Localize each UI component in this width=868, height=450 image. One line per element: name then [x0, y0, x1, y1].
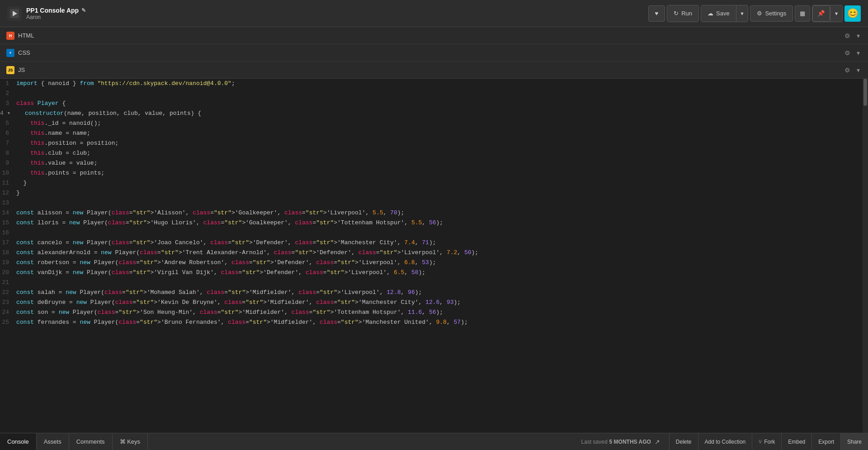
code-line: 19const robertson = new Player(class="st…	[0, 258, 868, 268]
save-label: Save	[716, 10, 730, 17]
code-line: 22const salah = new Player(class="str">'…	[0, 288, 868, 298]
scrollbar-thumb[interactable]	[863, 79, 867, 106]
line-code: this._id = nanoid();	[16, 118, 101, 128]
css-settings-btn[interactable]: ⚙	[843, 48, 852, 57]
code-line: 20const vanDijk = new Player(class="str"…	[0, 268, 868, 278]
export-button[interactable]: Export	[811, 433, 840, 450]
css-tab-label: + CSS	[6, 49, 843, 57]
code-editor[interactable]: 1import { nanoid } from "https://cdn.sky…	[0, 79, 868, 433]
avatar-emoji: 😊	[847, 8, 859, 19]
html-tab-label: H HTML	[6, 32, 843, 40]
external-link-icon[interactable]: ↗	[653, 437, 662, 446]
line-number: 3	[0, 99, 16, 109]
line-number: 17	[0, 238, 16, 248]
run-button-group: ↻ Run	[667, 5, 699, 22]
line-number: 22	[0, 288, 16, 298]
run-icon: ↻	[674, 10, 679, 17]
fork-button[interactable]: ⑂ Fork	[752, 433, 781, 450]
js-settings-btn[interactable]: ⚙	[843, 66, 852, 75]
line-code: constructor(name, position, club, value,…	[18, 109, 201, 118]
code-line: 25const fernandes = new Player(class="st…	[0, 317, 868, 327]
tab-console[interactable]: Console	[0, 433, 37, 450]
code-line: 11 }	[0, 178, 868, 188]
line-code: import { nanoid } from "https://cdn.skyp…	[16, 79, 235, 89]
save-dropdown[interactable]: ▾	[736, 5, 748, 22]
line-code: this.position = position;	[16, 138, 118, 148]
status-text: Last saved	[581, 439, 608, 445]
app-title: PP1 Console App ✎	[26, 7, 86, 14]
line-number: 12	[0, 188, 16, 198]
grid-icon: ▦	[800, 10, 805, 17]
delete-button[interactable]: Delete	[669, 433, 698, 450]
scrollbar-track[interactable]	[863, 79, 868, 433]
line-code: class Player {	[16, 99, 66, 109]
line-number: 7	[0, 138, 16, 148]
code-line: 6 this.name = name;	[0, 128, 868, 138]
js-tab-actions: ⚙ ▾	[843, 66, 862, 75]
line-code: }	[16, 178, 27, 188]
line-code: const deBruyne = new Player(class="str">…	[16, 298, 461, 308]
css-panel-tab[interactable]: + CSS ⚙ ▾	[0, 44, 868, 62]
embed-button[interactable]: Embed	[781, 433, 811, 450]
line-code: const alexanderArnold = new Player(class…	[16, 248, 478, 258]
fork-icon: ⑂	[759, 439, 762, 445]
line-number: 23	[0, 298, 16, 308]
code-line: 16	[0, 228, 868, 238]
line-code: const cancelo = new Player(class="str">'…	[16, 238, 436, 248]
share-button[interactable]: Share	[840, 433, 868, 450]
line-number: 11	[0, 178, 16, 188]
line-number: 6	[0, 128, 16, 138]
line-code: this.name = name;	[16, 128, 90, 138]
js-collapse-btn[interactable]: ▾	[855, 66, 862, 75]
save-button[interactable]: ☁ Save	[701, 5, 736, 22]
tab-assets[interactable]: Assets	[37, 433, 69, 450]
code-line: 1import { nanoid } from "https://cdn.sky…	[0, 79, 868, 89]
line-code: const salah = new Player(class="str">'Mo…	[16, 288, 422, 298]
run-button[interactable]: ↻ Run	[667, 5, 698, 22]
html-tab-actions: ⚙ ▾	[843, 31, 862, 40]
code-line: 9 this.value = value;	[0, 158, 868, 168]
edit-icon[interactable]: ✎	[81, 7, 86, 14]
grid-button[interactable]: ▦	[795, 5, 810, 22]
line-code: const lloris = new Player(class="str">'H…	[16, 218, 443, 228]
line-code: const robertson = new Player(class="str"…	[16, 258, 436, 268]
like-button[interactable]: ♥	[648, 5, 665, 22]
js-tab-label: JS JS	[6, 66, 843, 74]
code-line: 14const alisson = new Player(class="str"…	[0, 208, 868, 218]
code-line: 4 ▾ constructor(name, position, club, va…	[0, 109, 868, 118]
html-panel-tab[interactable]: H HTML ⚙ ▾	[0, 27, 868, 44]
line-number: 21	[0, 278, 16, 288]
status-time: 5 MONTHS AGO	[609, 439, 651, 445]
pin-button[interactable]: 📌	[812, 5, 830, 22]
line-code: this.value = value;	[16, 158, 97, 168]
line-number: 18	[0, 248, 16, 258]
tab-comments[interactable]: Comments	[69, 433, 113, 450]
bottom-status: Last saved 5 MONTHS AGO ↗	[574, 437, 669, 446]
js-panel-tab[interactable]: JS JS ⚙ ▾	[0, 62, 868, 79]
header: PP1 Console App ✎ Aaron ♥ ↻ Run ☁ Save ▾…	[0, 0, 868, 27]
code-line: 23const deBruyne = new Player(class="str…	[0, 298, 868, 308]
css-label-text: CSS	[18, 49, 30, 56]
js-label-text: JS	[18, 66, 25, 73]
html-settings-btn[interactable]: ⚙	[843, 31, 852, 40]
settings-icon: ⚙	[757, 10, 762, 17]
tab-keys[interactable]: ⌘ Keys	[113, 433, 148, 450]
pin-button-group: 📌 ▾	[812, 5, 843, 22]
pin-icon: 📌	[817, 10, 825, 17]
html-collapse-btn[interactable]: ▾	[855, 31, 862, 40]
add-to-collection-button[interactable]: Add to Collection	[698, 433, 752, 450]
code-line: 3class Player {	[0, 99, 868, 109]
code-line: 5 this._id = nanoid();	[0, 118, 868, 128]
settings-button[interactable]: ⚙ Settings	[750, 5, 793, 22]
line-number: 24	[0, 308, 16, 317]
run-label: Run	[681, 10, 692, 17]
code-line: 8 this.club = club;	[0, 148, 868, 158]
settings-label: Settings	[765, 10, 786, 17]
user-avatar[interactable]: 😊	[844, 5, 861, 22]
html-icon: H	[6, 32, 14, 40]
line-number: 10	[0, 168, 16, 178]
code-line: 2	[0, 89, 868, 99]
pin-dropdown[interactable]: ▾	[830, 5, 842, 22]
bottom-actions: Delete Add to Collection ⑂ Fork Embed Ex…	[669, 433, 868, 450]
css-collapse-btn[interactable]: ▾	[855, 48, 862, 57]
